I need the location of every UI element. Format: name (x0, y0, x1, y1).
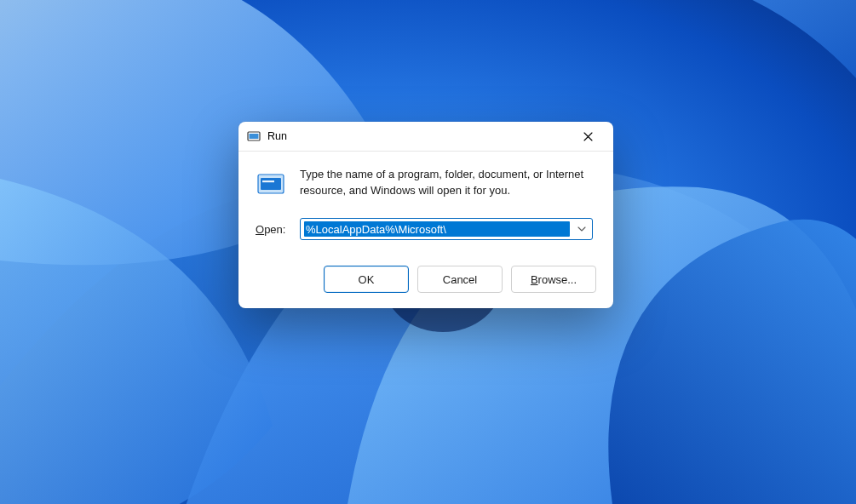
svg-rect-6 (262, 180, 274, 182)
chevron-down-icon[interactable] (572, 219, 592, 239)
ok-button[interactable]: OK (324, 266, 409, 293)
svg-rect-3 (250, 134, 259, 139)
open-label: Open: (256, 223, 290, 236)
dialog-description: Type the name of a program, folder, docu… (300, 167, 596, 199)
run-app-icon (247, 129, 261, 143)
open-combobox[interactable]: %LocalAppData%\Microsoft\ (300, 218, 593, 240)
open-input-value[interactable]: %LocalAppData%\Microsoft\ (304, 221, 570, 237)
titlebar: Run (238, 122, 613, 151)
run-dialog: Run Type the name of a program, folder, … (238, 122, 613, 308)
dialog-title: Run (267, 130, 569, 142)
cancel-button[interactable]: Cancel (417, 266, 503, 293)
run-large-icon (256, 169, 286, 199)
close-button[interactable] (569, 123, 606, 149)
browse-button[interactable]: Browse... (511, 266, 596, 293)
svg-rect-5 (261, 178, 281, 190)
